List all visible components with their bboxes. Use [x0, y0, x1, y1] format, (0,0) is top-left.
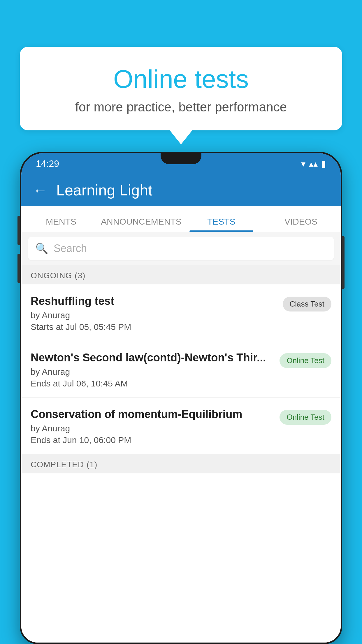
completed-section-header: COMPLETED (1) — [21, 454, 341, 473]
status-time: 14:29 — [36, 158, 59, 169]
phone-screen: 14:29 ▾ ▴▴ ▮ ← Learning Light MENTS ANNO… — [21, 153, 341, 643]
volume-up-button — [17, 216, 20, 245]
search-input[interactable]: Search — [54, 242, 87, 255]
completed-label: COMPLETED (1) — [31, 460, 97, 469]
tab-tests[interactable]: TESTS — [182, 217, 261, 232]
test-by: by Anurag — [31, 367, 274, 377]
test-by: by Anurag — [31, 424, 274, 433]
test-info: Conservation of momentum-Equilibrium by … — [31, 408, 280, 445]
tab-ments[interactable]: MENTS — [21, 217, 101, 232]
tab-announcements[interactable]: ANNOUNCEMENTS — [101, 217, 182, 232]
status-icons: ▾ ▴▴ ▮ — [301, 159, 326, 169]
test-by: by Anurag — [31, 310, 277, 320]
test-date: Starts at Jul 05, 05:45 PM — [31, 322, 277, 332]
test-name: Newton's Second law(contd)-Newton's Thir… — [31, 351, 274, 364]
test-name: Conservation of momentum-Equilibrium — [31, 408, 274, 421]
bubble-subtitle: for more practice, better performance — [34, 100, 328, 114]
ongoing-section-header: ONGOING (3) — [21, 265, 341, 284]
wifi-icon: ▾ — [301, 159, 305, 169]
power-button — [342, 236, 345, 289]
test-badge: Class Test — [283, 297, 331, 312]
test-item[interactable]: Newton's Second law(contd)-Newton's Thir… — [21, 341, 341, 398]
test-name: Reshuffling test — [31, 295, 277, 307]
test-badge: Online Test — [280, 410, 331, 425]
test-badge: Online Test — [280, 353, 331, 368]
phone-frame: 14:29 ▾ ▴▴ ▮ ← Learning Light MENTS ANNO… — [20, 152, 342, 644]
battery-icon: ▮ — [321, 159, 326, 169]
ongoing-label: ONGOING (3) — [31, 271, 85, 280]
back-button[interactable]: ← — [33, 182, 48, 199]
search-icon: 🔍 — [35, 242, 48, 255]
phone-notch — [161, 153, 201, 164]
tab-videos[interactable]: VIDEOS — [261, 217, 341, 232]
test-item[interactable]: Conservation of momentum-Equilibrium by … — [21, 398, 341, 454]
test-info: Newton's Second law(contd)-Newton's Thir… — [31, 351, 280, 388]
promo-bubble: Online tests for more practice, better p… — [20, 47, 342, 130]
bubble-title: Online tests — [34, 64, 328, 94]
test-date: Ends at Jul 06, 10:45 AM — [31, 379, 274, 388]
app-title: Learning Light — [56, 181, 152, 199]
search-box[interactable]: 🔍 Search — [28, 237, 334, 260]
volume-down-button — [17, 254, 20, 283]
tabs-bar: MENTS ANNOUNCEMENTS TESTS VIDEOS — [21, 206, 341, 232]
test-list: Reshuffling test by Anurag Starts at Jul… — [21, 284, 341, 643]
test-info: Reshuffling test by Anurag Starts at Jul… — [31, 295, 283, 332]
search-container: 🔍 Search — [21, 232, 341, 265]
test-item[interactable]: Reshuffling test by Anurag Starts at Jul… — [21, 284, 341, 341]
signal-icon: ▴▴ — [309, 159, 318, 169]
app-bar: ← Learning Light — [21, 174, 341, 206]
test-date: Ends at Jun 10, 06:00 PM — [31, 435, 274, 445]
